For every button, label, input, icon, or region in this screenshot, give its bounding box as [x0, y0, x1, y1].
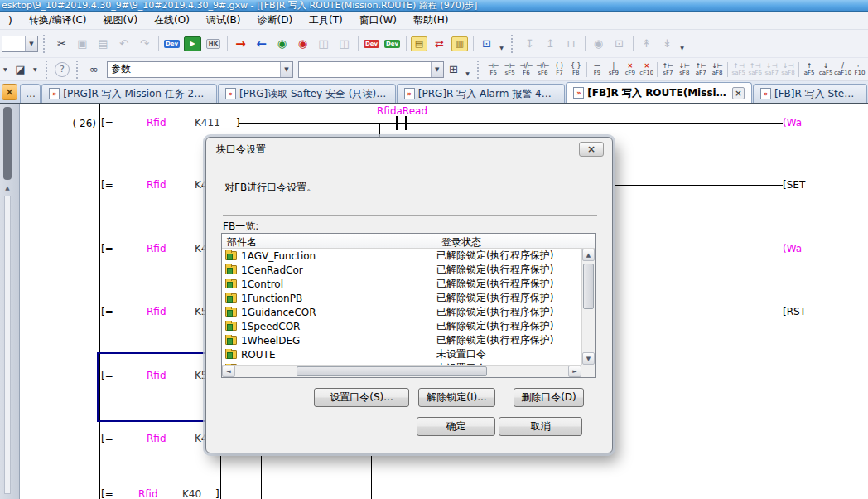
fb-list-row[interactable]: ROUTE 未设置口令: [222, 347, 581, 361]
device-find-icon[interactable]: ◪: [11, 61, 29, 79]
set-instruction-label[interactable]: [SET: [783, 179, 805, 191]
ladder-edge-button[interactable]: ⌐ F10: [851, 60, 868, 80]
ladder-falling-result-button[interactable]: ↓ caF5: [817, 60, 834, 80]
pane-close-button[interactable]: ×: [2, 84, 17, 100]
device-test-green-icon[interactable]: Dev: [383, 35, 402, 53]
toolbar-grip[interactable]: [76, 61, 81, 79]
fb-list-row[interactable]: 1GuidanceCOR 已解除锁定(执行程序保护): [222, 305, 581, 319]
monitor-resume-icon[interactable]: ◫: [335, 35, 354, 53]
find-keyword-combo[interactable]: ▼: [298, 61, 444, 78]
debug-find-icon[interactable]: ◉: [589, 35, 608, 53]
fb-list-row[interactable]: 1Control 已解除锁定(执行程序保护): [222, 277, 581, 291]
comment-edit-icon[interactable]: ▤: [411, 36, 427, 51]
menu-help[interactable]: 帮助(H): [405, 11, 456, 30]
tab-overflow-stub[interactable]: » ...: [20, 84, 41, 103]
ladder-falling-pulse-button[interactable]: ↓⊢ sF8: [676, 60, 692, 80]
column-header-name[interactable]: 部件名: [222, 234, 436, 248]
fb-list-hscrollbar[interactable]: ◄ ►: [222, 365, 581, 377]
device-comment-icon[interactable]: Dev: [162, 35, 181, 53]
open-contact-symbol[interactable]: [405, 116, 407, 130]
toolbar-grip[interactable]: [477, 61, 482, 79]
fb-list-row[interactable]: 1WheelDEG 已解除锁定(执行程序保护): [222, 333, 581, 347]
monitor-start-icon[interactable]: ◉: [272, 35, 292, 53]
fb-list-row[interactable]: 1FunctionPB 已解除锁定(执行程序保护): [222, 291, 581, 305]
scroll-up-icon[interactable]: ▲: [3, 185, 12, 191]
toolbar-grip[interactable]: [43, 35, 48, 53]
toolbar-overflow-button[interactable]: ▼: [497, 36, 506, 52]
menu-tools[interactable]: 工具(T): [301, 11, 351, 30]
column-header-status[interactable]: 登录状态: [436, 234, 595, 248]
find-target-combo[interactable]: 参数 ▼: [107, 61, 293, 78]
scroll-right-icon[interactable]: ►: [568, 366, 581, 377]
ladder-hline-button[interactable]: — F9: [589, 60, 605, 80]
ladder-compare-cell[interactable]: [=RfidK411]: [101, 117, 250, 130]
ladder-invert-result-button[interactable]: / caF10: [834, 60, 851, 80]
delete-password-button[interactable]: 删除口令(D): [514, 388, 584, 407]
step-execution-icon[interactable]: ↧: [520, 35, 539, 53]
cut-icon[interactable]: ✂: [52, 35, 71, 53]
ladder-rising-branch-button[interactable]: ↑⊢ aF7: [692, 60, 709, 80]
menu-view[interactable]: 视图(V): [94, 11, 146, 30]
tab-fb-step1-6[interactable]: » [FB]R 写入 Step1_6(M: [753, 84, 867, 103]
device-batch-icon[interactable]: HK: [204, 35, 223, 53]
ladder-compare-cell[interactable]: [=RfidK40]: [101, 488, 250, 499]
open-contact-symbol[interactable]: [396, 116, 398, 130]
skip-execution-icon[interactable]: ↟: [637, 35, 656, 53]
ladder-pulse-nf-branch-button[interactable]: ↓⊣ saF8: [780, 60, 797, 80]
ladder-delete-vline-button[interactable]: × cF10: [639, 60, 655, 80]
dialog-close-button[interactable]: ×: [579, 142, 604, 157]
fb-list-row[interactable]: 1CenRadCor 已解除锁定(执行程序保护): [222, 263, 581, 277]
monitor-pause-icon[interactable]: ◫: [314, 35, 333, 53]
ladder-pulse-nf-button[interactable]: ↓⊣ saF7: [764, 60, 780, 80]
ladder-vline-button[interactable]: | sF9: [605, 60, 622, 80]
partial-execution-icon[interactable]: ↥: [541, 35, 560, 53]
fb-list-row[interactable]: 1SpeedCOR 已解除锁定(执行程序保护): [222, 319, 581, 333]
left-dock-scrollbar[interactable]: ▲: [0, 104, 20, 499]
toolbar-grip[interactable]: [511, 35, 516, 53]
set-password-button[interactable]: 设置口令(S)...: [314, 388, 409, 407]
ladder-closed-branch-button[interactable]: ⊣/⊢ sF6: [534, 60, 551, 80]
toolbar-overflow-button[interactable]: ▼: [678, 36, 687, 52]
fb-list-row[interactable]: 1AGV_Function 已解除锁定(执行程序保护): [222, 249, 581, 263]
menu-window[interactable]: 窗口(W): [351, 11, 405, 30]
page-find-icon[interactable]: ⊞: [445, 61, 463, 79]
scroll-left-icon[interactable]: ◄: [222, 366, 235, 377]
copy-icon[interactable]: ▣: [73, 35, 92, 53]
menu-online[interactable]: 在线(O): [146, 11, 198, 30]
menu-item-partial[interactable]: ): [0, 12, 21, 29]
toolbar-overflow-button[interactable]: ▼: [463, 61, 471, 78]
scroll-up-icon[interactable]: ▲: [582, 249, 595, 261]
ladder-open-branch-button[interactable]: ⊣⊢ sF5: [502, 60, 518, 80]
chevron-down-icon[interactable]: ▼: [280, 62, 292, 77]
note-edit-icon[interactable]: ▥: [451, 36, 468, 51]
ladder-pulse-ne-branch-button[interactable]: ↑⊣ saF6: [747, 60, 764, 80]
find-binoculars-icon[interactable]: ∞: [84, 61, 103, 79]
ladder-editor-canvas[interactable]: ▲ ( 26) RfidaRead (Wa [SET (Wa [RST [=Rf…: [0, 103, 868, 499]
cancel-button[interactable]: 取消: [499, 417, 582, 436]
tab-prg-saftey[interactable]: » [PRG]读取 Saftey 安全 (只读) 1...: [218, 84, 396, 103]
scrollbar-thumb[interactable]: [297, 366, 487, 376]
menu-debug[interactable]: 调试(B): [198, 11, 249, 30]
ladder-open-contact-button[interactable]: ⊣⊢ F5: [485, 60, 502, 80]
tab-close-icon[interactable]: ×: [732, 87, 745, 99]
ladder-delete-hline-button[interactable]: × cF9: [622, 60, 639, 80]
debug-screen-icon[interactable]: ⊡: [610, 35, 629, 53]
coil-output-label[interactable]: (Wa: [783, 243, 802, 254]
undo-icon[interactable]: ↶: [114, 35, 133, 53]
ladder-coil-button[interactable]: ( ) F7: [551, 60, 567, 80]
scroll-down-icon[interactable]: ▼: [582, 352, 595, 365]
ladder-closed-contact-button[interactable]: ⊣/⊢ F6: [518, 60, 535, 80]
tab-prg-mission[interactable]: » [PRG]R 写入 Mission 任务 296...: [41, 84, 217, 103]
scrollbar-thumb[interactable]: [583, 264, 594, 309]
device-monitor-icon[interactable]: ▶: [184, 36, 201, 51]
fb-list-vscrollbar[interactable]: ▲ ▼: [581, 249, 595, 365]
ladder-pulse-ne-button[interactable]: ↑⊣ saF5: [731, 60, 747, 80]
paste-icon[interactable]: ▤: [94, 35, 113, 53]
scrollbar-track[interactable]: [4, 196, 11, 494]
chevron-down-icon[interactable]: ▼: [30, 61, 40, 78]
ladder-application-instruction-button[interactable]: { } F8: [567, 60, 584, 80]
ladder-falling-branch-button[interactable]: ↓⊢ aF8: [709, 60, 726, 80]
write-to-plc-icon[interactable]: →: [231, 35, 250, 53]
toolbar-grip[interactable]: [46, 61, 51, 79]
skip-range-icon[interactable]: ↡: [658, 35, 677, 53]
